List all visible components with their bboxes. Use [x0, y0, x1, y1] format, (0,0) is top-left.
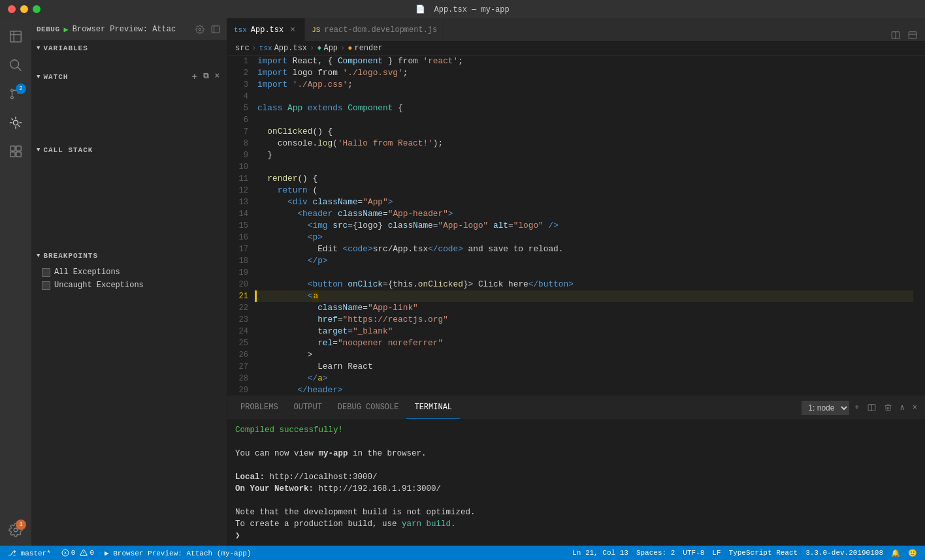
svg-rect-20 — [212, 26, 219, 33]
callstack-triangle: ▼ — [37, 147, 41, 153]
tab-react-dom[interactable]: JS react-dom.development.js — [305, 18, 444, 41]
breadcrumb-app-class[interactable]: ♦ App — [317, 44, 338, 53]
maximize-button[interactable] — [33, 5, 41, 13]
activity-extensions[interactable] — [3, 138, 29, 164]
panel-close-button[interactable]: × — [910, 402, 920, 414]
split-terminal-button[interactable] — [865, 402, 879, 413]
all-exceptions-checkbox[interactable] — [42, 268, 50, 277]
svg-rect-24 — [909, 32, 917, 39]
breakpoints-label: BREAKPOINTS — [43, 252, 98, 260]
variables-label: VARIABLES — [43, 44, 88, 52]
status-errors[interactable]: 0 0 — [59, 549, 97, 557]
tab-label-app-tsx: App.tsx — [251, 25, 284, 35]
callstack-body — [31, 157, 227, 249]
svg-point-5 — [11, 97, 14, 99]
variables-header[interactable]: ▼ VARIABLES — [31, 41, 227, 55]
code-line-23: href="https://reactjs.org" — [257, 314, 913, 326]
status-eol[interactable]: LF — [709, 549, 723, 557]
debug-run-button[interactable]: ▶ — [64, 25, 69, 35]
terminal-dropdown[interactable]: 1: node — [802, 401, 849, 415]
layout-button[interactable] — [905, 29, 920, 41]
watch-add-button[interactable]: + — [190, 72, 199, 82]
debug-toolbar: DEBUG ▶ Browser Preview: Attac — [31, 18, 227, 41]
callstack-header[interactable]: ▼ CALL STACK — [31, 143, 227, 157]
kill-terminal-button[interactable] — [881, 402, 895, 413]
code-content[interactable]: import React, { Component } from 'react'… — [255, 55, 916, 396]
window-controls[interactable] — [8, 5, 41, 13]
split-editor-button[interactable] — [888, 29, 903, 41]
breadcrumb-src[interactable]: src — [235, 44, 250, 53]
code-line-18: </p> — [257, 255, 913, 267]
tsx-breadcrumb-icon: tsx — [259, 44, 272, 52]
bottom-panel: PROBLEMS OUTPUT DEBUG CONSOLE TERMINAL 1… — [227, 396, 925, 546]
tab-problems[interactable]: PROBLEMS — [233, 396, 286, 419]
line-num-8: 8 — [227, 138, 248, 149]
status-smiley[interactable]: 🙂 — [905, 549, 920, 557]
line-num-11: 11 — [227, 173, 248, 185]
svg-rect-16 — [10, 152, 15, 157]
breadcrumb: src › tsx App.tsx › ♦ App › ● render — [227, 41, 925, 55]
code-line-28: </a> — [257, 373, 913, 384]
code-line-24: target="_blank" — [257, 326, 913, 337]
debug-config-title: Browser Preview: Attac — [73, 25, 190, 34]
code-line-7: onClicked() { — [257, 126, 913, 138]
breadcrumb-render[interactable]: ● render — [348, 44, 382, 53]
svg-line-11 — [18, 125, 20, 127]
editor-area[interactable]: 1 2 3 4 5 6 7 8 9 10 11 12 13 14 15 16 1… — [227, 55, 925, 396]
code-line-15: <img src={logo} className="App-logo" alt… — [257, 220, 913, 232]
panel-up-button[interactable]: ∧ — [898, 401, 907, 414]
code-line-13: <div className="App"> — [257, 196, 913, 208]
status-bell[interactable]: 🔔 — [888, 549, 903, 557]
git-badge: 2 — [16, 84, 26, 94]
terminal-line-blank2 — [235, 459, 917, 471]
tab-close-app-tsx[interactable]: × — [287, 25, 298, 35]
status-spaces[interactable]: Spaces: 2 — [634, 549, 677, 557]
status-position[interactable]: Ln 21, Col 13 — [570, 549, 631, 557]
debug-layout-button[interactable] — [210, 23, 221, 35]
tab-output[interactable]: OUTPUT — [286, 396, 330, 419]
watch-copy-button[interactable]: ⧉ — [202, 72, 211, 82]
variables-triangle: ▼ — [37, 45, 41, 52]
code-line-1: import React, { Component } from 'react'… — [257, 55, 913, 67]
line-num-26: 26 — [227, 349, 248, 361]
current-line-indicator — [255, 290, 257, 302]
code-line-21: <a — [257, 290, 913, 302]
line-num-3: 3 — [227, 79, 248, 91]
breadcrumb-apptsx[interactable]: tsx App.tsx — [259, 44, 307, 53]
terminal-line-view: You can now view my-app in the browser. — [235, 448, 917, 459]
minimize-button[interactable] — [20, 5, 28, 13]
status-git[interactable]: ⎇ master* — [5, 549, 54, 557]
activity-settings[interactable]: 1 — [3, 517, 29, 543]
activity-debug[interactable] — [3, 110, 29, 136]
line-num-4: 4 — [227, 91, 248, 102]
panel-actions: 1: node + ∧ × — [802, 401, 920, 415]
uncaught-exceptions-checkbox[interactable] — [42, 281, 50, 290]
activity-git[interactable]: 2 — [3, 81, 29, 107]
terminal-body[interactable]: Compiled successfully! You can now view … — [227, 419, 925, 546]
tab-app-tsx[interactable]: tsx App.tsx × — [227, 18, 305, 41]
watch-label: WATCH — [43, 73, 68, 81]
line-num-27: 27 — [227, 361, 248, 373]
breakpoints-header[interactable]: ▼ BREAKPOINTS — [31, 249, 227, 263]
debug-settings-button[interactable] — [194, 23, 206, 35]
activity-explorer[interactable] — [3, 23, 29, 50]
status-version[interactable]: 3.3.0-dev.20190108 — [803, 549, 886, 557]
svg-rect-14 — [10, 146, 15, 151]
status-run[interactable]: ▶ Browser Preview: Attach (my-app) — [102, 549, 253, 557]
line-numbers: 1 2 3 4 5 6 7 8 9 10 11 12 13 14 15 16 1… — [227, 55, 255, 396]
status-language[interactable]: TypeScript React — [726, 549, 801, 557]
tab-debug-console[interactable]: DEBUG CONSOLE — [330, 396, 407, 419]
watch-remove-button[interactable]: × — [214, 72, 221, 82]
activity-search[interactable] — [3, 52, 29, 78]
close-button[interactable] — [8, 5, 16, 13]
debug-label: DEBUG — [37, 25, 60, 33]
watch-header[interactable]: ▼ WATCH + ⧉ × — [31, 70, 227, 84]
line-num-1: 1 — [227, 55, 248, 67]
tab-terminal[interactable]: TERMINAL — [406, 396, 460, 419]
editor-container: tsx App.tsx × JS react-dom.development.j… — [227, 18, 925, 546]
minimap — [916, 55, 925, 396]
new-terminal-button[interactable]: + — [852, 402, 862, 414]
code-line-25: rel="noopener noreferrer" — [257, 337, 913, 349]
status-encoding[interactable]: UTF-8 — [680, 549, 707, 557]
code-line-8: console.log('Hallo from React!'); — [257, 138, 913, 149]
